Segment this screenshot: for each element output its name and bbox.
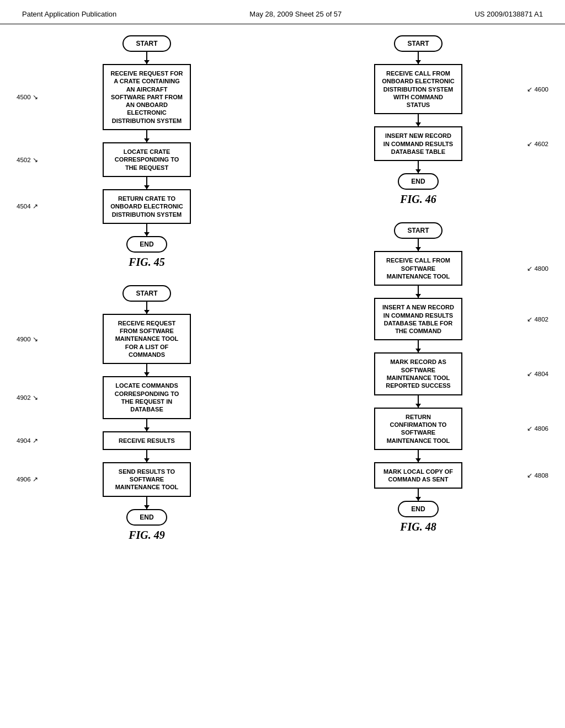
fig45-node-4500: RECEIVE REQUEST FOR A CRATE CONTAINING A… [103, 64, 191, 130]
fig45-label-4502: 4502 ↘ [17, 156, 38, 164]
fig49-start-row: START [17, 285, 277, 302]
fig48-arrow-6 [418, 489, 419, 501]
fig49-label: FIG. 49 [129, 529, 165, 542]
fig45-node4504-row: 4504 ↗ RETURN CRATE TO ONBOARD ELECTRONI… [17, 189, 277, 224]
fig49-label-4900: 4900 ↘ [17, 335, 38, 343]
fig48-node-4800: RECEIVE CALL FROM SOFTWARE MAINTENANCE T… [374, 251, 462, 286]
fig48-start-node: START [394, 222, 442, 239]
fig49-arrow-3 [146, 419, 147, 431]
fig48-label: FIG. 48 [400, 521, 436, 533]
fig48-node-4804: MARK RECORD AS SOFTWARE MAINTENANCE TOOL… [374, 352, 462, 395]
header-left: Patent Application Publication [22, 10, 116, 18]
fig48-node4802-row: INSERT A NEW RECORD IN COMMAND RESULTS D… [288, 298, 548, 340]
fig48-arrow-2 [418, 286, 419, 298]
fig45-arrow-3 [146, 177, 147, 189]
fig49-node4906-row: 4906 ↗ SEND RESULTS TO SOFTWARE MAINTENA… [17, 462, 277, 497]
fig49-node4904-row: 4904 ↗ RECEIVE RESULTS [17, 431, 277, 450]
fig46-node-4600: RECEIVE CALL FROM ONBOARD ELECTRONIC DIS… [374, 64, 462, 114]
fig46-end-node: END [398, 173, 438, 190]
fig49-node4900-row: 4900 ↘ RECEIVE REQUEST FROM SOFTWARE MAI… [17, 314, 277, 364]
page-header: Patent Application Publication May 28, 2… [0, 0, 565, 24]
fig48-label-4804: ↙ 4804 [527, 370, 548, 378]
fig46-node4600-row: RECEIVE CALL FROM ONBOARD ELECTRONIC DIS… [288, 64, 548, 114]
fig49-label-4906: 4906 ↗ [17, 475, 38, 483]
fig45-start-node: START [122, 35, 170, 52]
fig46-end-row: END [288, 173, 548, 190]
fig45-node4500-row: 4500 ↘ RECEIVE REQUEST FOR A CRATE CONTA… [17, 64, 277, 130]
fig46-node4602-row: INSERT NEW RECORD IN COMMAND RESULTS DAT… [288, 126, 548, 161]
fig49-node-4902: LOCATE COMMANDS CORRESPONDING TO THE REQ… [103, 376, 191, 419]
fig45-start-row: START [17, 35, 277, 52]
fig49-arrow-5 [146, 497, 147, 509]
fig46-label-4600: ↙ 4600 [527, 85, 548, 93]
fig48-label-4806: ↙ 4806 [527, 425, 548, 432]
fig48-node4808-row: MARK LOCAL COPY OF COMMAND AS SENT ↙ 480… [288, 462, 548, 489]
fig46-arrow-3 [418, 161, 419, 173]
fig49-node-4904: RECEIVE RESULTS [103, 431, 191, 450]
fig46-label-4602: ↙ 4602 [527, 140, 548, 148]
fig45-label: FIG. 45 [129, 256, 165, 269]
fig45-end-node: END [126, 236, 167, 253]
fig49-arrow-1 [146, 302, 147, 314]
fig45-label-4500: 4500 ↘ [17, 93, 38, 101]
fig46-label: FIG. 46 [400, 193, 436, 206]
fig48-label-4808: ↙ 4808 [527, 472, 548, 479]
fig46-arrow-1 [418, 52, 419, 64]
fig48-node4800-row: RECEIVE CALL FROM SOFTWARE MAINTENANCE T… [288, 251, 548, 286]
page-content: START 4500 ↘ RECEIVE REQUEST FOR A CRATE… [0, 30, 565, 564]
fig45-arrow-4 [146, 224, 147, 236]
fig48-label-4800: ↙ 4800 [527, 265, 548, 272]
fig45-node-4504: RETURN CRATE TO ONBOARD ELECTRONIC DISTR… [103, 189, 191, 224]
fig49-node-4906: SEND RESULTS TO SOFTWARE MAINTENANCE TOO… [103, 462, 191, 497]
fig45-arrow-2 [146, 130, 147, 142]
left-column: START 4500 ↘ RECEIVE REQUEST FOR A CRATE… [17, 35, 277, 558]
fig45-node-4502: LOCATE CRATE CORRESPONDING TO THE REQUES… [103, 142, 191, 177]
fig49-label-4902: 4902 ↘ [17, 394, 38, 402]
fig48-node-4802: INSERT A NEW RECORD IN COMMAND RESULTS D… [374, 298, 462, 340]
fig49-arrow-2 [146, 364, 147, 376]
fig48-arrow-3 [418, 340, 419, 352]
fig49-arrow-4 [146, 450, 147, 462]
fig49-flowchart: START 4900 ↘ RECEIVE REQUEST FROM SOFTWA… [17, 285, 277, 542]
fig46-flowchart: START RECEIVE CALL FROM ONBOARD ELECTRON… [288, 35, 548, 206]
fig48-end-row: END [288, 501, 548, 517]
fig48-node4806-row: RETURN CONFIRMATION TO SOFTWARE MAINTENA… [288, 408, 548, 450]
fig45-label-4504: 4504 ↗ [17, 202, 38, 210]
fig46-start-node: START [394, 35, 442, 52]
fig48-node-4808: MARK LOCAL COPY OF COMMAND AS SENT [374, 462, 462, 489]
right-column: START RECEIVE CALL FROM ONBOARD ELECTRON… [288, 35, 548, 558]
fig45-arrow-1 [146, 52, 147, 64]
fig48-label-4802: ↙ 4802 [527, 315, 548, 323]
fig49-node-4900: RECEIVE REQUEST FROM SOFTWARE MAINTENANC… [103, 314, 191, 364]
fig48-end-node: END [398, 501, 438, 517]
fig49-label-4904: 4904 ↗ [17, 437, 38, 445]
fig49-end-node: END [126, 509, 167, 526]
fig48-start-row: START [288, 222, 548, 239]
header-center: May 28, 2009 Sheet 25 of 57 [249, 10, 342, 18]
fig45-node4502-row: 4502 ↘ LOCATE CRATE CORRESPONDING TO THE… [17, 142, 277, 177]
fig49-end-row: END [17, 509, 277, 526]
fig45-end-row: END [17, 236, 277, 253]
fig48-arrow-1 [418, 239, 419, 251]
header-right: US 2009/0138871 A1 [475, 10, 543, 18]
fig48-arrow-4 [418, 395, 419, 408]
fig45-flowchart: START 4500 ↘ RECEIVE REQUEST FOR A CRATE… [17, 35, 277, 269]
fig48-node4804-row: MARK RECORD AS SOFTWARE MAINTENANCE TOOL… [288, 352, 548, 395]
fig49-node4902-row: 4902 ↘ LOCATE COMMANDS CORRESPONDING TO … [17, 376, 277, 419]
fig48-flowchart: START RECEIVE CALL FROM SOFTWARE MAINTEN… [288, 222, 548, 533]
fig49-start-node: START [122, 285, 170, 302]
fig46-node-4602: INSERT NEW RECORD IN COMMAND RESULTS DAT… [374, 126, 462, 161]
fig48-arrow-5 [418, 450, 419, 462]
fig46-arrow-2 [418, 114, 419, 126]
fig48-node-4806: RETURN CONFIRMATION TO SOFTWARE MAINTENA… [374, 408, 462, 450]
fig46-start-row: START [288, 35, 548, 52]
